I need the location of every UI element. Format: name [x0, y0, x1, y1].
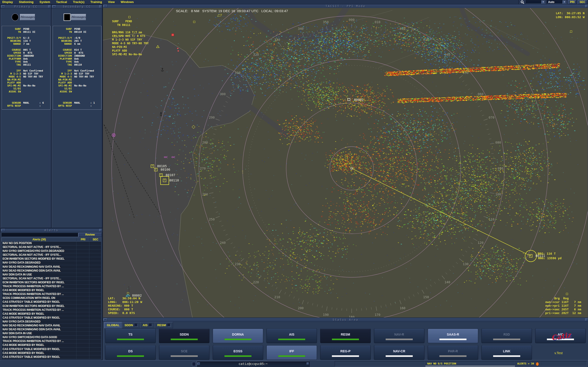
alert-row[interactable]: ECM INHIBITION SECTORS MODIFIED BY RIGEL: [2, 304, 101, 308]
track-symbol-icon[interactable]: T: [151, 165, 154, 168]
alert-row[interactable]: CAS MODE MODIFIED BY RIGEL: [2, 343, 101, 347]
alert-message: SECTORIAL SCAN NOT ACTIVE - IFF SYSTE...: [2, 253, 77, 257]
status-button-ais[interactable]: AIS: [267, 328, 317, 343]
menu-item-windows[interactable]: Windows: [121, 0, 134, 4]
status-tab-sddn[interactable]: SDDN: [122, 322, 140, 328]
status-area-title: Status Area: [333, 318, 358, 321]
search-combo[interactable]: ▼: [526, 0, 545, 4]
track-symbol-icon[interactable]: [126, 294, 129, 297]
window-corner-icon[interactable]: [99, 5, 102, 8]
alert-row[interactable]: ECM INHIBITION SECTORS MODIFIED BY RIGEL: [2, 257, 101, 261]
alert-row[interactable]: NAV GYRO DATA DEGRADED: [2, 320, 101, 324]
menu-item-system[interactable]: System: [40, 0, 50, 4]
status-button-navcr[interactable]: NAV-CR: [374, 345, 424, 360]
pri-button[interactable]: PRI: [568, 0, 576, 4]
alerts-status-cell[interactable]: ALERTS = 30: [515, 361, 540, 366]
alert-row[interactable]: CAS MODE MODIFIED BY RIGEL: [2, 351, 101, 355]
alert-row[interactable]: TRACK PROCESS INHIBITION ACTIVATED BY ..…: [2, 285, 101, 289]
alert-row[interactable]: NAV DEAD RECKONING/NO DDN DATA AVAIL: [2, 328, 101, 332]
alert-row[interactable]: NAV DDN DATA IN USE: [2, 332, 101, 336]
status-button-parr[interactable]: PAR-R: [428, 345, 478, 360]
sec-button[interactable]: SEC: [578, 0, 587, 4]
primary-messages-button[interactable]: Messages: [20, 14, 35, 20]
alert-row[interactable]: SECTORIAL SCAN NOT ACTIVE - IFF SYSTE...: [2, 245, 101, 249]
field-label: COURSE: [53, 48, 74, 51]
chevron-down-icon[interactable]: ▼: [541, 0, 545, 4]
chevron-down-icon[interactable]: ▼: [562, 0, 566, 4]
status-button-eoss[interactable]: EOSS: [213, 345, 263, 360]
alert-message: ECM INHIBITION SECTORS MODIFIED BY RIGEL: [2, 304, 77, 308]
alert-row[interactable]: ECM INHIBITION SECTORS MODIFIED BY RIGEL: [2, 281, 101, 285]
status-button-link[interactable]: LINK: [481, 345, 532, 360]
alert-row[interactable]: CAS MODE MODIFIED BY RIGEL: [2, 289, 101, 292]
window-corner-icon[interactable]: [48, 5, 51, 8]
alert-message: NAV DDN DATA IN USE: [2, 273, 77, 277]
review-button[interactable]: Review: [78, 233, 102, 237]
menu-item-display[interactable]: Display: [2, 0, 13, 4]
status-tab-global[interactable]: GLOBAL: [104, 322, 122, 328]
alert-pri-cell: [77, 348, 89, 351]
alert-row[interactable]: CAS STRATEGY TABLE MODIFIED BY RIGEL: [2, 355, 101, 359]
alert-row[interactable]: SECTORIAL SCAN NOT ACTIVE - IFF SYSTE...: [2, 253, 101, 257]
window-menu-icon[interactable]: [1, 229, 5, 232]
alert-row[interactable]: SECTORIAL SCAN NOT ACTIVE - IFF SYSTE...: [2, 277, 101, 281]
mode-combo[interactable]: Auto ▼: [547, 0, 567, 4]
alert-message: ECM INHIBITION SECTORS MODIFIED BY RIGEL: [2, 281, 77, 284]
alert-row[interactable]: TRACK PROCESS INHIBITION ACTIVATED BY ..…: [2, 292, 101, 296]
alert-row[interactable]: NAV DDN DATA IN USE: [2, 273, 101, 277]
field-label: SI/DI: [2, 87, 23, 90]
search-icon[interactable]: [520, 0, 524, 4]
menu-item-training[interactable]: Training: [90, 0, 102, 4]
terminal-taskbar-button[interactable]: catiz@ccqsc05:~: [197, 361, 310, 367]
window-menu-icon[interactable]: [103, 318, 107, 321]
status-button-sce[interactable]: SCE: [159, 345, 209, 360]
window-corner-icon[interactable]: [585, 318, 588, 321]
status-tab-ais[interactable]: AIS: [140, 322, 155, 328]
alert-pri-cell: [77, 281, 89, 284]
alert-row[interactable]: CAS STRATEGY TABLE MODIFIED BY RIGEL: [2, 348, 101, 351]
menu-item-stationing[interactable]: Stationing: [19, 0, 34, 4]
alerts-filter-input[interactable]: [2, 233, 78, 237]
alert-sec-cell: [89, 292, 101, 296]
alert-row[interactable]: TRACK PROCESS INHIBITION ACTIVATED BY ..…: [2, 340, 101, 343]
alert-row[interactable]: SCDS COMMUNICATION WITH RIGEL ON: [2, 296, 101, 300]
menu-item-tactical[interactable]: Tactical: [56, 0, 67, 4]
alert-row[interactable]: NAV GYRO SWITCHED/GYRO DATA DEGRADED: [2, 249, 101, 253]
radar-track-label-80001: 80001: [354, 98, 363, 102]
status-button-resm[interactable]: RESM: [320, 328, 371, 343]
secondary-messages-button[interactable]: Messages: [71, 14, 86, 20]
alert-row[interactable]: NAV DEAD RECKONING/NO NAV DATA AVAIL: [2, 265, 101, 269]
status-button-dorna[interactable]: DORNA: [213, 328, 263, 343]
menu-item-view[interactable]: View: [108, 0, 115, 4]
status-button-iff[interactable]: IFF: [267, 345, 317, 360]
status-button-ts[interactable]: TS: [105, 328, 156, 343]
taskbar-app-icon[interactable]: [192, 362, 196, 366]
alert-row[interactable]: CAS STRATEGY TABLE MODIFIED BY RIGEL: [2, 316, 101, 320]
track-symbol-icon[interactable]: [347, 98, 350, 101]
window-menu-icon[interactable]: [1, 5, 5, 8]
window-menu-icon[interactable]: [103, 5, 107, 7]
window-corner-icon[interactable]: [585, 5, 588, 7]
alert-row[interactable]: NAV DEAD RECKONING/NO NAV DATA AVAIL: [2, 324, 101, 328]
alert-row[interactable]: NAV GYRO SWITCHED/GYRO DATA GOOD: [2, 336, 101, 340]
alert-row[interactable]: NAV GYRO DATA DEGRADED: [2, 261, 101, 265]
alert-row[interactable]: CAS STRATEGY TABLE MODIFIED BY RIGEL: [2, 300, 101, 304]
menu-item-tracks[interactable]: Track(s): [73, 0, 85, 4]
alert-row[interactable]: CAS MODE MODIFIED BY RIGEL: [2, 312, 101, 316]
status-button-saasr[interactable]: SAAS-R: [428, 328, 478, 343]
field-label: RPTG RESP: [2, 104, 23, 107]
alert-row[interactable]: TRACK PROCESS INHIBITION ACTIVATED BY ..…: [2, 308, 101, 312]
status-button-regp[interactable]: REG-P: [320, 345, 371, 360]
status-tab-resm[interactable]: RESM: [155, 322, 173, 328]
track-symbol-icon[interactable]: T: [154, 168, 157, 171]
field-label: [2, 66, 23, 69]
status-button-navr[interactable]: NAV-R: [374, 328, 424, 343]
alert-row[interactable]: NAV DEAD RECKONING/NO DDN DATA AVAIL: [2, 269, 101, 273]
status-button-r3d[interactable]: R3D: [481, 328, 532, 343]
window-menu-icon[interactable]: [52, 5, 56, 8]
status-button-sddn[interactable]: SDDN: [159, 328, 209, 343]
window-corner-icon[interactable]: [99, 229, 102, 232]
menu-bar: DisplayStationingSystemTacticalTrack(s)T…: [0, 0, 588, 4]
alert-row[interactable]: NAV NO O/S POSITION: [2, 242, 101, 245]
status-button-ds[interactable]: DS: [105, 345, 156, 360]
